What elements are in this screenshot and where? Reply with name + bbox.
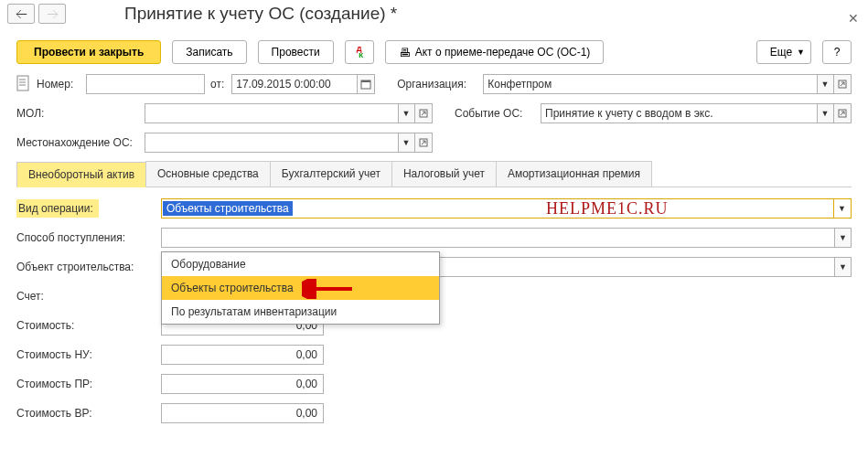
svg-rect-5 — [361, 80, 370, 82]
op-type-combo[interactable]: Объекты строительства HELPME1C.RU ▼ — [161, 198, 852, 219]
cost-vr-label: Стоимость ВР: — [16, 407, 161, 420]
date-input[interactable]: 17.09.2015 0:00:00 — [231, 74, 358, 94]
page-title: Принятие к учету ОС (создание) * — [124, 4, 397, 24]
location-label: Местонахождение ОС: — [16, 136, 145, 149]
event-input[interactable]: Принятие к учету с вводом в экс. — [541, 103, 818, 123]
open-icon — [838, 109, 847, 118]
date-picker-button[interactable] — [357, 74, 375, 94]
svg-line-11 — [841, 112, 844, 115]
print-act-label: Акт о приеме-передаче ОС (ОС-1) — [415, 46, 591, 59]
open-icon — [419, 138, 428, 147]
cost-label: Стоимость: — [16, 319, 161, 332]
org-open-button[interactable] — [833, 74, 852, 94]
post-and-close-button[interactable]: Провести и закрыть — [16, 40, 161, 64]
annotation-arrow-icon — [302, 279, 357, 299]
calendar-icon — [360, 79, 371, 90]
tab-tax[interactable]: Налоговый учет — [391, 161, 497, 187]
close-icon[interactable]: ✕ — [848, 11, 859, 26]
svg-line-9 — [422, 112, 425, 115]
svg-line-7 — [841, 82, 844, 86]
document-icon — [16, 75, 37, 94]
debit-credit-icon: ДК — [355, 46, 363, 59]
number-label: Номер: — [37, 78, 86, 91]
event-dropdown-button[interactable]: ▼ — [816, 103, 834, 123]
op-type-dropdown-list: Оборудование Объекты строительства По ре… — [161, 251, 440, 325]
tab-noncurrent-asset[interactable]: Внеоборотный актив — [16, 162, 146, 187]
tab-bar: Внеоборотный актив Основные средства Бух… — [16, 161, 852, 187]
number-input[interactable] — [86, 74, 205, 94]
mol-open-button[interactable] — [414, 103, 433, 123]
construction-object-dropdown-button[interactable]: ▼ — [835, 257, 852, 277]
location-open-button[interactable] — [414, 133, 433, 153]
cost-vr-input[interactable]: 0,00 — [161, 403, 324, 423]
receipt-method-label: Способ поступления: — [16, 231, 161, 244]
location-dropdown-button[interactable]: ▼ — [397, 133, 415, 153]
open-icon — [419, 109, 428, 118]
more-button[interactable]: Еще ▼ — [756, 40, 811, 64]
svg-line-13 — [422, 141, 425, 144]
event-label: Событие ОС: — [455, 107, 541, 120]
location-input[interactable] — [145, 133, 399, 153]
receipt-method-input[interactable] — [161, 228, 835, 248]
mol-label: МОЛ: — [16, 107, 145, 120]
construction-object-label: Объект строительства: — [16, 261, 161, 273]
date-from-label: от: — [210, 78, 224, 91]
event-open-button[interactable] — [833, 103, 852, 123]
org-input[interactable]: Конфетпром — [483, 74, 818, 94]
nav-back-button[interactable]: 🡠 — [7, 4, 35, 24]
tab-accounting[interactable]: Бухгалтерский учет — [270, 161, 392, 187]
printer-icon: 🖶 — [399, 46, 411, 59]
op-type-label: Вид операции: — [16, 202, 161, 215]
write-button[interactable]: Записать — [172, 40, 246, 64]
chevron-down-icon: ▼ — [797, 48, 805, 57]
register-entries-button[interactable]: ДК — [345, 40, 374, 64]
svg-rect-0 — [17, 76, 28, 91]
more-label: Еще — [770, 46, 792, 59]
post-button[interactable]: Провести — [258, 40, 334, 64]
cost-pr-label: Стоимость ПР: — [16, 378, 161, 390]
watermark: HELPME1C.RU — [546, 199, 669, 219]
dropdown-item-construction[interactable]: Объекты строительства — [162, 276, 439, 300]
account-label: Счет: — [16, 290, 161, 303]
op-type-dropdown-button[interactable]: ▼ — [833, 199, 850, 218]
help-button[interactable]: ? — [822, 40, 852, 64]
dropdown-item-equipment[interactable]: Оборудование — [162, 252, 439, 276]
cost-pr-input[interactable]: 0,00 — [161, 374, 324, 394]
print-act-button[interactable]: 🖶 Акт о приеме-передаче ОС (ОС-1) — [385, 40, 605, 64]
mol-input[interactable] — [145, 103, 399, 123]
dropdown-item-inventory[interactable]: По результатам инвентаризации — [162, 300, 439, 324]
nav-forward-button[interactable]: 🡢 — [38, 4, 66, 24]
op-type-value: Объекты строительства — [163, 201, 293, 216]
org-label: Организация: — [397, 78, 483, 91]
mol-dropdown-button[interactable]: ▼ — [397, 103, 415, 123]
tab-fixed-assets[interactable]: Основные средства — [145, 161, 271, 187]
org-dropdown-button[interactable]: ▼ — [816, 74, 834, 94]
receipt-method-dropdown-button[interactable]: ▼ — [835, 228, 852, 248]
open-icon — [838, 80, 847, 89]
cost-nu-label: Стоимость НУ: — [16, 348, 161, 361]
cost-nu-input[interactable]: 0,00 — [161, 345, 324, 365]
tab-depreciation-bonus[interactable]: Амортизационная премия — [496, 161, 652, 187]
